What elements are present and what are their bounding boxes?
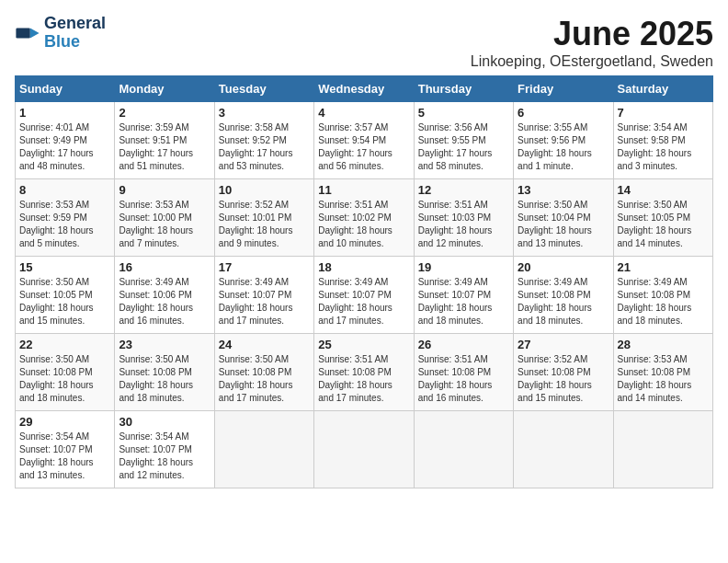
- day-number-11: 11: [318, 183, 409, 197]
- day-number-8: 8: [19, 183, 110, 197]
- day-number-10: 10: [219, 183, 310, 197]
- day-cell-18: 18Sunrise: 3:49 AM Sunset: 10:07 PM Dayl…: [314, 257, 414, 334]
- day-number-7: 7: [618, 106, 709, 120]
- day-number-29: 29: [19, 415, 110, 429]
- day-cell-7: 7Sunrise: 3:54 AM Sunset: 9:58 PM Daylig…: [613, 102, 712, 179]
- col-header-sunday: Sunday: [16, 76, 115, 102]
- day-cell-4: 4Sunrise: 3:57 AM Sunset: 9:54 PM Daylig…: [314, 102, 414, 179]
- day-number-22: 22: [19, 338, 110, 351]
- day-info-24: Sunrise: 3:50 AM Sunset: 10:08 PM Daylig…: [219, 353, 310, 405]
- day-info-26: Sunrise: 3:51 AM Sunset: 10:08 PM Daylig…: [418, 353, 509, 405]
- empty-cell: [314, 411, 414, 488]
- header-row: SundayMondayTuesdayWednesdayThursdayFrid…: [16, 76, 713, 102]
- day-cell-17: 17Sunrise: 3:49 AM Sunset: 10:07 PM Dayl…: [214, 257, 313, 334]
- day-cell-14: 14Sunrise: 3:50 AM Sunset: 10:05 PM Dayl…: [613, 179, 712, 257]
- day-info-19: Sunrise: 3:49 AM Sunset: 10:07 PM Daylig…: [418, 276, 509, 327]
- day-cell-2: 2Sunrise: 3:59 AM Sunset: 9:51 PM Daylig…: [115, 102, 214, 179]
- week-row-1: 1Sunrise: 4:01 AM Sunset: 9:49 PM Daylig…: [16, 102, 713, 179]
- empty-cell: [414, 411, 513, 488]
- day-cell-26: 26Sunrise: 3:51 AM Sunset: 10:08 PM Dayl…: [414, 334, 513, 411]
- day-number-9: 9: [119, 183, 210, 197]
- col-header-saturday: Saturday: [613, 76, 712, 102]
- day-info-27: Sunrise: 3:52 AM Sunset: 10:08 PM Daylig…: [518, 353, 609, 405]
- day-number-12: 12: [418, 183, 509, 197]
- title-block: June 2025 Linkoeping, OEstergoetland, Sw…: [471, 15, 713, 70]
- day-info-9: Sunrise: 3:53 AM Sunset: 10:00 PM Daylig…: [119, 199, 210, 250]
- day-info-15: Sunrise: 3:50 AM Sunset: 10:05 PM Daylig…: [19, 276, 110, 327]
- col-header-wednesday: Wednesday: [314, 76, 414, 102]
- day-cell-29: 29Sunrise: 3:54 AM Sunset: 10:07 PM Dayl…: [16, 411, 115, 488]
- day-info-30: Sunrise: 3:54 AM Sunset: 10:07 PM Daylig…: [119, 431, 210, 482]
- day-number-26: 26: [418, 338, 509, 351]
- day-info-3: Sunrise: 3:58 AM Sunset: 9:52 PM Dayligh…: [219, 121, 310, 173]
- col-header-thursday: Thursday: [414, 76, 513, 102]
- day-info-20: Sunrise: 3:49 AM Sunset: 10:08 PM Daylig…: [518, 276, 609, 327]
- day-number-23: 23: [119, 338, 210, 351]
- week-row-5: 29Sunrise: 3:54 AM Sunset: 10:07 PM Dayl…: [16, 411, 713, 488]
- day-number-6: 6: [518, 106, 609, 120]
- day-cell-10: 10Sunrise: 3:52 AM Sunset: 10:01 PM Dayl…: [214, 179, 313, 257]
- day-cell-30: 30Sunrise: 3:54 AM Sunset: 10:07 PM Dayl…: [115, 411, 214, 488]
- day-info-13: Sunrise: 3:50 AM Sunset: 10:04 PM Daylig…: [518, 199, 609, 250]
- day-number-14: 14: [618, 183, 709, 197]
- col-header-friday: Friday: [514, 76, 613, 102]
- calendar-table: SundayMondayTuesdayWednesdayThursdayFrid…: [15, 75, 713, 488]
- logo-line2: Blue: [44, 32, 80, 51]
- svg-rect-0: [16, 28, 29, 38]
- day-number-25: 25: [318, 338, 409, 351]
- day-number-5: 5: [418, 106, 509, 120]
- day-info-10: Sunrise: 3:52 AM Sunset: 10:01 PM Daylig…: [219, 199, 310, 250]
- day-info-21: Sunrise: 3:49 AM Sunset: 10:08 PM Daylig…: [618, 276, 709, 327]
- day-number-15: 15: [19, 260, 110, 274]
- day-info-17: Sunrise: 3:49 AM Sunset: 10:07 PM Daylig…: [219, 276, 310, 327]
- logo: General Blue: [15, 15, 106, 52]
- day-number-17: 17: [219, 260, 310, 274]
- day-cell-3: 3Sunrise: 3:58 AM Sunset: 9:52 PM Daylig…: [214, 102, 313, 179]
- day-info-6: Sunrise: 3:55 AM Sunset: 9:56 PM Dayligh…: [518, 121, 609, 173]
- col-header-monday: Monday: [115, 76, 214, 102]
- empty-cell: [514, 411, 613, 488]
- week-row-4: 22Sunrise: 3:50 AM Sunset: 10:08 PM Dayl…: [16, 334, 713, 411]
- day-number-20: 20: [518, 260, 609, 274]
- page-header: General Blue June 2025 Linkoeping, OEste…: [15, 15, 713, 70]
- day-number-19: 19: [418, 260, 509, 274]
- day-info-4: Sunrise: 3:57 AM Sunset: 9:54 PM Dayligh…: [318, 121, 409, 173]
- day-cell-5: 5Sunrise: 3:56 AM Sunset: 9:55 PM Daylig…: [414, 102, 513, 179]
- day-number-1: 1: [19, 106, 110, 120]
- week-row-3: 15Sunrise: 3:50 AM Sunset: 10:05 PM Dayl…: [16, 257, 713, 334]
- day-number-4: 4: [318, 106, 409, 120]
- day-number-28: 28: [618, 338, 709, 351]
- day-cell-11: 11Sunrise: 3:51 AM Sunset: 10:02 PM Dayl…: [314, 179, 414, 257]
- day-number-24: 24: [219, 338, 310, 351]
- logo-icon: [15, 20, 40, 46]
- day-info-22: Sunrise: 3:50 AM Sunset: 10:08 PM Daylig…: [19, 353, 110, 405]
- day-info-16: Sunrise: 3:49 AM Sunset: 10:06 PM Daylig…: [119, 276, 210, 327]
- day-cell-8: 8Sunrise: 3:53 AM Sunset: 9:59 PM Daylig…: [16, 179, 115, 257]
- day-cell-21: 21Sunrise: 3:49 AM Sunset: 10:08 PM Dayl…: [613, 257, 712, 334]
- day-info-25: Sunrise: 3:51 AM Sunset: 10:08 PM Daylig…: [318, 353, 409, 405]
- day-number-3: 3: [219, 106, 310, 120]
- day-cell-27: 27Sunrise: 3:52 AM Sunset: 10:08 PM Dayl…: [514, 334, 613, 411]
- day-cell-12: 12Sunrise: 3:51 AM Sunset: 10:03 PM Dayl…: [414, 179, 513, 257]
- day-cell-25: 25Sunrise: 3:51 AM Sunset: 10:08 PM Dayl…: [314, 334, 414, 411]
- day-cell-6: 6Sunrise: 3:55 AM Sunset: 9:56 PM Daylig…: [514, 102, 613, 179]
- day-info-14: Sunrise: 3:50 AM Sunset: 10:05 PM Daylig…: [618, 199, 709, 250]
- day-info-12: Sunrise: 3:51 AM Sunset: 10:03 PM Daylig…: [418, 199, 509, 250]
- empty-cell: [613, 411, 712, 488]
- subtitle: Linkoeping, OEstergoetland, Sweden: [471, 53, 713, 70]
- logo-line1: General: [44, 15, 106, 33]
- day-cell-23: 23Sunrise: 3:50 AM Sunset: 10:08 PM Dayl…: [115, 334, 214, 411]
- col-header-tuesday: Tuesday: [214, 76, 313, 102]
- day-number-30: 30: [119, 415, 210, 429]
- day-number-2: 2: [119, 106, 210, 120]
- day-info-8: Sunrise: 3:53 AM Sunset: 9:59 PM Dayligh…: [19, 199, 110, 250]
- main-title: June 2025: [471, 15, 713, 53]
- week-row-2: 8Sunrise: 3:53 AM Sunset: 9:59 PM Daylig…: [16, 179, 713, 257]
- day-number-21: 21: [618, 260, 709, 274]
- empty-cell: [214, 411, 313, 488]
- day-number-16: 16: [119, 260, 210, 274]
- day-info-11: Sunrise: 3:51 AM Sunset: 10:02 PM Daylig…: [318, 199, 409, 250]
- svg-marker-1: [30, 28, 40, 38]
- day-cell-20: 20Sunrise: 3:49 AM Sunset: 10:08 PM Dayl…: [514, 257, 613, 334]
- day-cell-19: 19Sunrise: 3:49 AM Sunset: 10:07 PM Dayl…: [414, 257, 513, 334]
